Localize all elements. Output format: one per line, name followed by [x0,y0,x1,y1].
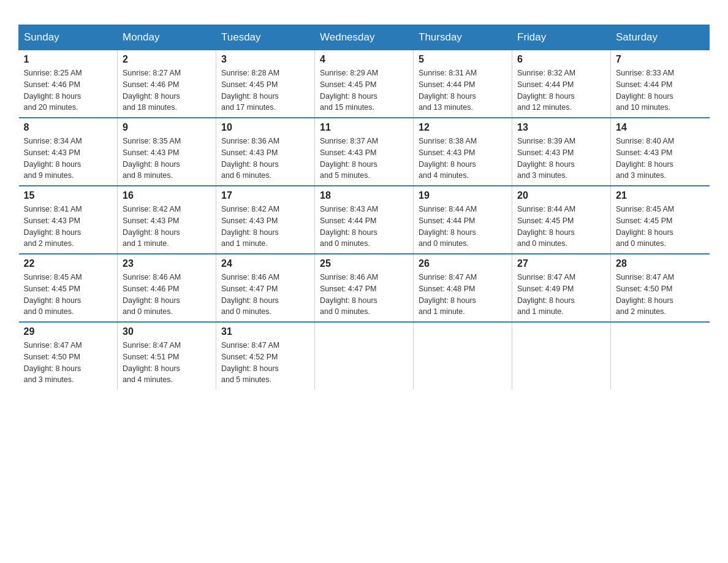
day-info: Sunrise: 8:42 AMSunset: 4:43 PMDaylight:… [123,205,181,248]
calendar-cell: 24 Sunrise: 8:46 AMSunset: 4:47 PMDaylig… [216,254,315,322]
day-number: 18 [320,190,408,201]
day-number: 9 [123,122,211,133]
calendar-cell: 5 Sunrise: 8:31 AMSunset: 4:44 PMDayligh… [414,50,512,118]
header-friday: Friday [512,25,611,50]
calendar-cell: 9 Sunrise: 8:35 AMSunset: 4:43 PMDayligh… [118,118,216,186]
day-number: 28 [616,258,705,269]
day-number: 4 [320,54,408,65]
calendar-header-row: SundayMondayTuesdayWednesdayThursdayFrid… [19,25,710,50]
day-number: 10 [221,122,309,133]
day-info: Sunrise: 8:37 AMSunset: 4:43 PMDaylight:… [320,137,378,180]
calendar-cell: 10 Sunrise: 8:36 AMSunset: 4:43 PMDaylig… [216,118,315,186]
calendar-week-row: 15 Sunrise: 8:41 AMSunset: 4:43 PMDaylig… [19,186,710,254]
calendar-cell: 8 Sunrise: 8:34 AMSunset: 4:43 PMDayligh… [19,118,118,186]
day-number: 19 [419,190,507,201]
calendar-week-row: 1 Sunrise: 8:25 AMSunset: 4:46 PMDayligh… [19,50,710,118]
calendar-cell: 30 Sunrise: 8:47 AMSunset: 4:51 PMDaylig… [118,322,216,389]
day-number: 12 [419,122,507,133]
header-monday: Monday [118,25,216,50]
day-info: Sunrise: 8:47 AMSunset: 4:48 PMDaylight:… [419,273,477,316]
day-number: 24 [221,258,309,269]
day-info: Sunrise: 8:35 AMSunset: 4:43 PMDaylight:… [123,137,181,180]
day-number: 27 [517,258,605,269]
day-number: 7 [616,54,705,65]
day-number: 17 [221,190,309,201]
day-number: 3 [221,54,309,65]
day-info: Sunrise: 8:45 AMSunset: 4:45 PMDaylight:… [24,273,82,316]
calendar-cell [512,322,611,389]
calendar-cell: 3 Sunrise: 8:28 AMSunset: 4:45 PMDayligh… [216,50,315,118]
day-info: Sunrise: 8:42 AMSunset: 4:43 PMDaylight:… [221,205,279,248]
day-number: 26 [419,258,507,269]
day-info: Sunrise: 8:36 AMSunset: 4:43 PMDaylight:… [221,137,279,180]
calendar-cell: 6 Sunrise: 8:32 AMSunset: 4:44 PMDayligh… [512,50,611,118]
day-info: Sunrise: 8:47 AMSunset: 4:49 PMDaylight:… [517,273,575,316]
calendar-cell: 16 Sunrise: 8:42 AMSunset: 4:43 PMDaylig… [118,186,216,254]
calendar-cell: 15 Sunrise: 8:41 AMSunset: 4:43 PMDaylig… [19,186,118,254]
calendar-cell: 29 Sunrise: 8:47 AMSunset: 4:50 PMDaylig… [19,322,118,389]
calendar-cell: 13 Sunrise: 8:39 AMSunset: 4:43 PMDaylig… [512,118,611,186]
calendar-cell: 23 Sunrise: 8:46 AMSunset: 4:46 PMDaylig… [118,254,216,322]
calendar-cell: 22 Sunrise: 8:45 AMSunset: 4:45 PMDaylig… [19,254,118,322]
day-number: 16 [123,190,211,201]
calendar-week-row: 8 Sunrise: 8:34 AMSunset: 4:43 PMDayligh… [19,118,710,186]
day-number: 2 [123,54,211,65]
calendar-cell: 20 Sunrise: 8:44 AMSunset: 4:45 PMDaylig… [512,186,611,254]
day-info: Sunrise: 8:43 AMSunset: 4:44 PMDaylight:… [320,205,378,248]
day-number: 1 [24,54,113,65]
calendar-cell: 17 Sunrise: 8:42 AMSunset: 4:43 PMDaylig… [216,186,315,254]
calendar-cell: 25 Sunrise: 8:46 AMSunset: 4:47 PMDaylig… [315,254,414,322]
day-number: 8 [24,122,113,133]
day-info: Sunrise: 8:44 AMSunset: 4:44 PMDaylight:… [419,205,477,248]
calendar-week-row: 22 Sunrise: 8:45 AMSunset: 4:45 PMDaylig… [19,254,710,322]
header-tuesday: Tuesday [216,25,315,50]
day-info: Sunrise: 8:41 AMSunset: 4:43 PMDaylight:… [24,205,82,248]
calendar-cell: 4 Sunrise: 8:29 AMSunset: 4:45 PMDayligh… [315,50,414,118]
day-number: 29 [24,326,113,337]
header-thursday: Thursday [414,25,512,50]
day-info: Sunrise: 8:46 AMSunset: 4:47 PMDaylight:… [221,273,279,316]
calendar-cell: 21 Sunrise: 8:45 AMSunset: 4:45 PMDaylig… [611,186,710,254]
header-sunday: Sunday [19,25,118,50]
day-info: Sunrise: 8:46 AMSunset: 4:46 PMDaylight:… [123,273,181,316]
day-number: 5 [419,54,507,65]
day-info: Sunrise: 8:47 AMSunset: 4:50 PMDaylight:… [24,341,82,384]
day-info: Sunrise: 8:33 AMSunset: 4:44 PMDaylight:… [616,69,674,112]
header-wednesday: Wednesday [315,25,414,50]
day-info: Sunrise: 8:47 AMSunset: 4:52 PMDaylight:… [221,341,279,384]
calendar-cell: 7 Sunrise: 8:33 AMSunset: 4:44 PMDayligh… [611,50,710,118]
day-number: 13 [517,122,605,133]
day-info: Sunrise: 8:31 AMSunset: 4:44 PMDaylight:… [419,69,477,112]
header-saturday: Saturday [611,25,710,50]
day-info: Sunrise: 8:28 AMSunset: 4:45 PMDaylight:… [221,69,279,112]
day-number: 11 [320,122,408,133]
calendar-cell: 26 Sunrise: 8:47 AMSunset: 4:48 PMDaylig… [414,254,512,322]
day-number: 20 [517,190,605,201]
day-info: Sunrise: 8:38 AMSunset: 4:43 PMDaylight:… [419,137,477,180]
calendar-week-row: 29 Sunrise: 8:47 AMSunset: 4:50 PMDaylig… [19,322,710,389]
day-info: Sunrise: 8:45 AMSunset: 4:45 PMDaylight:… [616,205,674,248]
day-info: Sunrise: 8:34 AMSunset: 4:43 PMDaylight:… [24,137,82,180]
day-number: 15 [24,190,113,201]
calendar-cell [414,322,512,389]
calendar-cell: 28 Sunrise: 8:47 AMSunset: 4:50 PMDaylig… [611,254,710,322]
day-number: 6 [517,54,605,65]
day-info: Sunrise: 8:47 AMSunset: 4:50 PMDaylight:… [616,273,674,316]
day-info: Sunrise: 8:29 AMSunset: 4:45 PMDaylight:… [320,69,378,112]
calendar-cell [315,322,414,389]
calendar-cell: 19 Sunrise: 8:44 AMSunset: 4:44 PMDaylig… [414,186,512,254]
day-info: Sunrise: 8:47 AMSunset: 4:51 PMDaylight:… [123,341,181,384]
calendar-cell: 12 Sunrise: 8:38 AMSunset: 4:43 PMDaylig… [414,118,512,186]
day-number: 25 [320,258,408,269]
day-info: Sunrise: 8:46 AMSunset: 4:47 PMDaylight:… [320,273,378,316]
day-info: Sunrise: 8:40 AMSunset: 4:43 PMDaylight:… [616,137,674,180]
day-number: 31 [221,326,309,337]
calendar-cell: 14 Sunrise: 8:40 AMSunset: 4:43 PMDaylig… [611,118,710,186]
calendar-cell: 11 Sunrise: 8:37 AMSunset: 4:43 PMDaylig… [315,118,414,186]
calendar-cell: 31 Sunrise: 8:47 AMSunset: 4:52 PMDaylig… [216,322,315,389]
day-info: Sunrise: 8:32 AMSunset: 4:44 PMDaylight:… [517,69,575,112]
day-number: 23 [123,258,211,269]
day-info: Sunrise: 8:25 AMSunset: 4:46 PMDaylight:… [24,69,82,112]
calendar-cell: 2 Sunrise: 8:27 AMSunset: 4:46 PMDayligh… [118,50,216,118]
calendar-cell: 27 Sunrise: 8:47 AMSunset: 4:49 PMDaylig… [512,254,611,322]
